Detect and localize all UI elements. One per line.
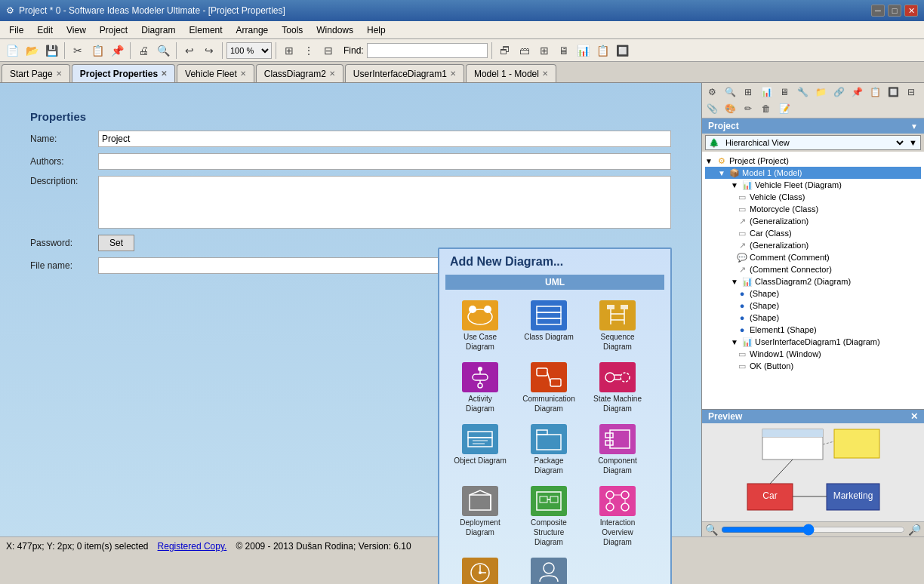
rt-btn-12[interactable]: ⊟ (903, 85, 919, 100)
tree-shape1[interactable]: ● (Shape) (705, 287, 921, 300)
cut-button[interactable]: ✂ (69, 41, 87, 60)
toggle-model1[interactable]: ▼ (718, 169, 727, 177)
toggle-project[interactable]: ▼ (705, 157, 714, 165)
diag-use-case[interactable]: Use Case Diagram (450, 297, 510, 355)
redo-button[interactable]: ↪ (200, 41, 218, 60)
tab-start-page-close[interactable]: ✕ (56, 69, 62, 78)
tree-gen2[interactable]: ↗ (Generalization) (705, 239, 921, 251)
tree-vehicle[interactable]: ▭ Vehicle (Class) (705, 191, 921, 203)
tree-project[interactable]: ▼ ⚙ Project (Project) (705, 155, 921, 167)
rt-btn-2[interactable]: 🔍 (722, 85, 738, 100)
tab-class-diagram2-close[interactable]: ✕ (329, 69, 335, 78)
tree-uid1[interactable]: ▼ 📊 UserInterfaceDiagram1 (Diagram) (705, 336, 921, 348)
tree-classdiag2[interactable]: ▼ 📊 ClassDiagram2 (Diagram) (705, 275, 921, 287)
diag-interaction-overview[interactable]: Interaction Overview Diagram (587, 483, 648, 550)
diag-communication[interactable]: Communication Diagram (519, 359, 579, 416)
zoom-select[interactable]: 100 % 50 % 75 % 150 % 200 % (226, 42, 272, 59)
diag-class[interactable]: Class Diagram (519, 297, 579, 355)
rt-btn-8[interactable]: 🔗 (830, 85, 847, 100)
tree-motorcycle[interactable]: ▭ Motorcycle (Class) (705, 203, 921, 215)
toggle-cd2[interactable]: ▼ (731, 278, 740, 286)
rt-btn-13[interactable]: 📎 (704, 101, 720, 116)
tree-element1[interactable]: ● Element1 (Shape) (705, 324, 921, 336)
diag-object[interactable]: Object Diagram (450, 421, 510, 478)
paste-button[interactable]: 📌 (108, 41, 126, 60)
rt-btn-1[interactable]: ⚙ (704, 85, 720, 100)
menu-edit[interactable]: Edit (31, 23, 59, 37)
menu-file[interactable]: File (3, 23, 29, 37)
diag-sequence[interactable]: Sequence Diagram (587, 297, 648, 355)
view-btn2[interactable]: 🗃 (516, 41, 534, 60)
tab-start-page[interactable]: Start Page ✕ (2, 64, 70, 82)
tab-model1-close[interactable]: ✕ (542, 69, 548, 78)
maximize-button[interactable]: □ (888, 5, 901, 17)
menu-diagram[interactable]: Diagram (135, 23, 181, 37)
menu-help[interactable]: Help (361, 23, 392, 37)
zoom-in-icon[interactable]: 🔎 (908, 524, 921, 536)
find-input[interactable] (367, 43, 488, 58)
tab-ui-diagram1-close[interactable]: ✕ (450, 69, 456, 78)
grid-button[interactable]: ⊞ (280, 41, 298, 60)
zoom-out-icon[interactable]: 🔍 (705, 524, 718, 536)
undo-button[interactable]: ↩ (180, 41, 199, 60)
view-btn7[interactable]: 🔲 (614, 41, 632, 60)
view-btn1[interactable]: 🗗 (496, 41, 514, 60)
view-btn6[interactable]: 📋 (594, 41, 612, 60)
tree-model1[interactable]: ▼ 📦 Model 1 (Model) (705, 167, 921, 179)
rt-btn-14[interactable]: 🎨 (722, 101, 738, 116)
rt-btn-15[interactable]: ✏ (740, 101, 756, 116)
rt-btn-6[interactable]: 🔧 (794, 85, 811, 100)
view-selector[interactable]: 🌲 Hierarchical View Flat View Diagram Vi… (705, 135, 921, 150)
rt-btn-3[interactable]: ⊞ (740, 85, 756, 100)
view-btn4[interactable]: 🖥 (555, 41, 573, 60)
rt-btn-11[interactable]: 🔲 (885, 85, 901, 100)
title-controls[interactable]: ─ □ ✕ (871, 5, 918, 17)
open-button[interactable]: 📂 (23, 41, 41, 60)
zoom-control[interactable]: 100 % 50 % 75 % 150 % 200 % (226, 42, 272, 59)
authors-input[interactable] (98, 153, 671, 170)
new-button[interactable]: 📄 (3, 41, 21, 60)
registered-copy-link[interactable]: Registered Copy. (158, 541, 227, 552)
minimize-button[interactable]: ─ (871, 5, 885, 17)
diag-activity[interactable]: Activity Diagram (450, 359, 510, 416)
zoom-slider[interactable] (721, 524, 905, 536)
save-button[interactable]: 💾 (42, 41, 60, 60)
tree-gen1[interactable]: ↗ (Generalization) (705, 215, 921, 227)
rt-btn-16[interactable]: 🗑 (758, 101, 775, 116)
tree-window1[interactable]: ▭ Window1 (Window) (705, 348, 921, 360)
name-input[interactable] (98, 131, 671, 147)
view-btn3[interactable]: ⊞ (535, 41, 553, 60)
menu-windows[interactable]: Windows (310, 23, 359, 37)
rt-btn-7[interactable]: 📁 (812, 85, 829, 100)
tab-vehicle-fleet-close[interactable]: ✕ (240, 69, 246, 78)
more-button[interactable]: ⊟ (319, 41, 337, 60)
menu-tools[interactable]: Tools (276, 23, 309, 37)
tab-vehicle-fleet[interactable]: Vehicle Fleet ✕ (177, 64, 254, 82)
rt-btn-10[interactable]: 📋 (867, 85, 883, 100)
menu-project[interactable]: Project (94, 23, 134, 37)
align-button[interactable]: ⋮ (300, 41, 318, 60)
close-button[interactable]: ✕ (904, 5, 918, 17)
diag-timing[interactable]: Timing Diagram (450, 555, 510, 584)
rt-btn-9[interactable]: 📌 (849, 85, 865, 100)
print-button[interactable]: 🖨 (134, 41, 152, 60)
tree-shape2[interactable]: ● (Shape) (705, 300, 921, 312)
diag-profile[interactable]: Profile Diagram (519, 555, 579, 584)
diag-state-machine[interactable]: State Machine Diagram (587, 359, 648, 416)
menu-element[interactable]: Element (183, 23, 229, 37)
tab-project-properties[interactable]: Project Properties ✕ (72, 64, 175, 82)
description-input[interactable] (98, 176, 671, 229)
toggle-vf[interactable]: ▼ (731, 181, 740, 189)
view-select[interactable]: Hierarchical View Flat View Diagram View (722, 137, 906, 148)
set-password-button[interactable]: Set (98, 235, 134, 251)
tree-ok-btn[interactable]: ▭ OK (Button) (705, 360, 921, 372)
tree-vehicle-fleet[interactable]: ▼ 📊 Vehicle Fleet (Diagram) (705, 179, 921, 191)
toggle-uid1[interactable]: ▼ (731, 338, 740, 346)
copy-button[interactable]: 📋 (88, 41, 106, 60)
rt-btn-4[interactable]: 📊 (758, 85, 775, 100)
menu-arrange[interactable]: Arrange (230, 23, 275, 37)
tab-project-properties-close[interactable]: ✕ (161, 69, 167, 78)
rt-btn-5[interactable]: 🖥 (776, 85, 793, 100)
view-btn5[interactable]: 📊 (574, 41, 593, 60)
rt-btn-17[interactable]: 📝 (776, 101, 793, 116)
